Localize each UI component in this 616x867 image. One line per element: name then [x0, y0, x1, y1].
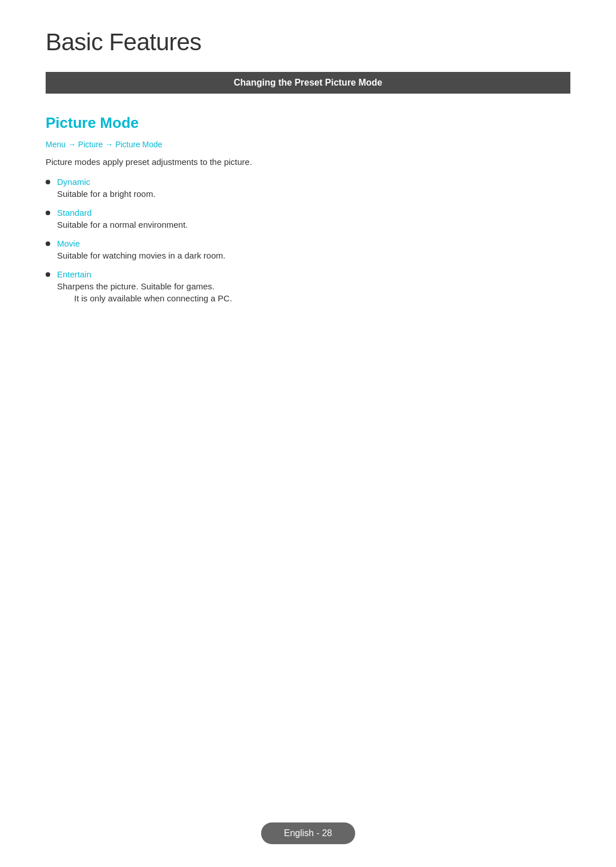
bullet-icon	[46, 241, 50, 246]
topic-title: Picture Mode	[46, 114, 570, 132]
mode-item: DynamicSuitable for a bright room.	[46, 177, 570, 199]
mode-item-header: Entertain	[46, 269, 570, 279]
breadcrumb: Menu → Picture → Picture Mode	[46, 140, 570, 149]
intro-text: Picture modes apply preset adjustments t…	[46, 157, 570, 167]
bullet-icon	[46, 272, 50, 277]
mode-name: Entertain	[57, 269, 91, 279]
page-container: Basic Features Changing the Preset Pictu…	[0, 0, 616, 369]
mode-description: Suitable for a normal environment.	[57, 220, 570, 229]
footer-badge: English - 28	[261, 822, 355, 844]
mode-item: EntertainSharpens the picture. Suitable …	[46, 269, 570, 303]
mode-item: MovieSuitable for watching movies in a d…	[46, 239, 570, 260]
mode-item-header: Movie	[46, 239, 570, 248]
mode-item-header: Dynamic	[46, 177, 570, 187]
mode-description: Sharpens the picture. Suitable for games…	[57, 281, 570, 291]
section-header: Changing the Preset Picture Mode	[46, 72, 570, 94]
bullet-icon	[46, 180, 50, 184]
mode-list: DynamicSuitable for a bright room.Standa…	[46, 177, 570, 303]
mode-item: StandardSuitable for a normal environmen…	[46, 208, 570, 229]
mode-description: Suitable for a bright room.	[57, 189, 570, 199]
breadcrumb-text: Menu → Picture → Picture Mode	[46, 140, 163, 149]
mode-name: Dynamic	[57, 177, 90, 187]
page-title: Basic Features	[46, 29, 570, 56]
mode-note: It is only available when connecting a P…	[74, 293, 570, 303]
mode-description: Suitable for watching movies in a dark r…	[57, 251, 570, 260]
mode-name: Standard	[57, 208, 92, 217]
bullet-icon	[46, 211, 50, 215]
mode-item-header: Standard	[46, 208, 570, 217]
mode-name: Movie	[57, 239, 80, 248]
